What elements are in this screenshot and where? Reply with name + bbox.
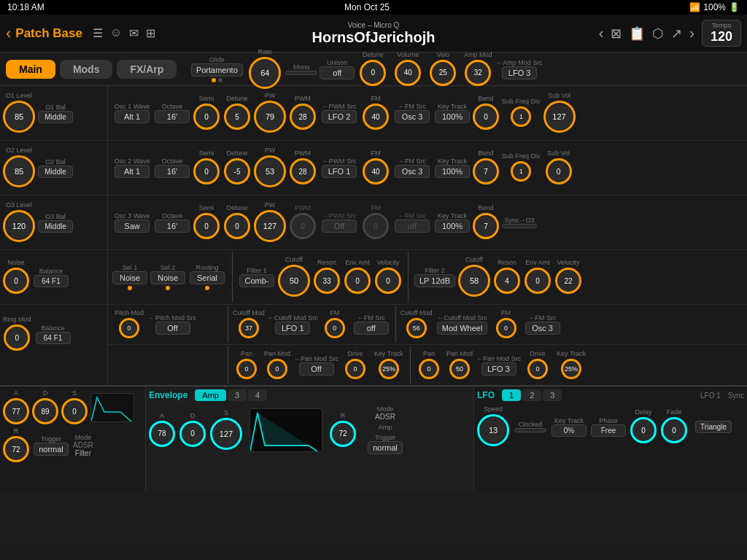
- o1-fmsrc-value[interactable]: Osc 3: [395, 110, 430, 123]
- f1-panmod-knob[interactable]: 0: [267, 359, 287, 379]
- env1-r-knob[interactable]: 72: [3, 436, 29, 462]
- f2-cutoffmodsrc-value[interactable]: Mod Wheel: [437, 322, 488, 335]
- o2-keytrack-value[interactable]: 100%: [435, 165, 470, 178]
- o2-fm-knob[interactable]: 40: [363, 158, 389, 184]
- sel2-value[interactable]: Noise: [150, 271, 185, 284]
- f2-pan-knob[interactable]: 0: [419, 359, 439, 379]
- o1-subvol-knob[interactable]: 127: [543, 101, 576, 133]
- f1-velocity-knob[interactable]: 0: [375, 268, 401, 294]
- glide-value[interactable]: Portamento: [191, 63, 243, 77]
- o1-octave-value[interactable]: 16': [155, 110, 190, 123]
- routing-value[interactable]: Serial: [190, 271, 225, 284]
- o2-pwmsrc-value[interactable]: LFO 1: [322, 165, 357, 178]
- o2-pwm-knob[interactable]: 28: [290, 158, 316, 184]
- o2-bend-knob[interactable]: 7: [473, 158, 499, 184]
- sel1-value[interactable]: Noise: [112, 271, 147, 284]
- o2-bal-value[interactable]: Middle: [38, 166, 73, 178]
- env2-trigger-value[interactable]: normal: [368, 441, 403, 454]
- env-tab-amp[interactable]: Amp: [195, 389, 226, 401]
- o1-pwmsrc-value[interactable]: LFO 2: [322, 110, 357, 123]
- f1-fm-knob[interactable]: 0: [325, 318, 345, 338]
- nav-icon-grid[interactable]: ⊞: [146, 26, 155, 40]
- o3-pwmsrc-value[interactable]: Off: [322, 219, 357, 233]
- f2-reson-knob[interactable]: 4: [494, 268, 520, 294]
- noise-knob[interactable]: 0: [3, 268, 29, 294]
- env2-s-knob[interactable]: 127: [210, 418, 242, 450]
- nav-icon-edit[interactable]: 📋: [629, 26, 645, 42]
- f1-cutoffmod-knob[interactable]: 37: [239, 318, 259, 338]
- env-tab-3[interactable]: 3: [228, 389, 247, 401]
- o2-pw-knob[interactable]: 53: [254, 155, 286, 187]
- tab-mods[interactable]: Mods: [60, 60, 113, 79]
- nav-icon-face[interactable]: ☺: [110, 26, 122, 40]
- o1-semi-knob[interactable]: 0: [193, 104, 220, 130]
- f1-reson-knob[interactable]: 33: [314, 268, 340, 294]
- o3-wave-value[interactable]: Saw: [115, 219, 150, 233]
- lfo-delay-knob[interactable]: 0: [630, 417, 657, 443]
- env1-trigger-value[interactable]: normal: [34, 443, 69, 456]
- noise-bal-value[interactable]: 64 F1: [34, 275, 69, 287]
- o2-level-knob[interactable]: 85: [3, 155, 35, 187]
- f2-panmodsrc-value[interactable]: LFO 3: [481, 362, 516, 376]
- f1-cutoff-knob[interactable]: 50: [278, 265, 310, 297]
- f2-envamt-knob[interactable]: 0: [525, 268, 551, 294]
- velo-knob[interactable]: 25: [430, 60, 456, 86]
- o3-sync-value[interactable]: [502, 224, 537, 228]
- f1-keytrack2-knob[interactable]: 25%: [379, 359, 399, 379]
- lfo-phase-value[interactable]: Free: [591, 424, 626, 437]
- o3-semi-knob[interactable]: 0: [193, 213, 220, 239]
- lfo-clocked-value[interactable]: [514, 428, 546, 432]
- nav-icon-share2[interactable]: ↗: [671, 26, 682, 42]
- lfo-wave-value[interactable]: Triangle: [695, 421, 732, 433]
- o2-subfreqdiv-knob[interactable]: 1: [511, 161, 531, 182]
- env2-a-knob[interactable]: 78: [149, 421, 175, 447]
- mono-value[interactable]: [285, 71, 317, 75]
- o2-detune-knob[interactable]: -5: [224, 158, 250, 184]
- env2-d-knob[interactable]: 0: [179, 421, 206, 447]
- pitchmodsrc-value[interactable]: Off: [155, 322, 190, 335]
- ampmod-knob[interactable]: 32: [465, 60, 491, 86]
- o3-keytrack-value[interactable]: 100%: [435, 219, 470, 233]
- env1-d-knob[interactable]: 89: [32, 398, 58, 424]
- detune-knob[interactable]: 0: [360, 60, 386, 86]
- tempo-box[interactable]: Tempo 120: [702, 20, 741, 47]
- f1-drive-knob[interactable]: 0: [345, 359, 365, 379]
- rate-knob[interactable]: 64: [249, 57, 281, 89]
- o3-level-knob[interactable]: 120: [3, 210, 35, 242]
- lfo-fade-knob[interactable]: 0: [661, 417, 687, 443]
- o3-bal-value[interactable]: Middle: [38, 220, 73, 233]
- nav-icon-list[interactable]: ☰: [93, 26, 103, 40]
- lfo-tab-2[interactable]: 2: [522, 389, 541, 401]
- tab-main[interactable]: Main: [6, 60, 55, 79]
- o1-pwm-knob[interactable]: 28: [290, 104, 316, 130]
- lfo-tab-1[interactable]: 1: [502, 389, 521, 401]
- f2-type[interactable]: LP 12dB: [414, 274, 455, 287]
- lfo-tab-3[interactable]: 3: [543, 389, 562, 401]
- o2-fmsrc-value[interactable]: Osc 3: [395, 165, 430, 178]
- tab-fxarp[interactable]: FX/Arp: [117, 60, 177, 79]
- ringmod-knob[interactable]: 0: [4, 324, 30, 351]
- o3-octave-value[interactable]: 16': [155, 219, 190, 233]
- f2-cutoffmod-knob[interactable]: 56: [406, 318, 427, 338]
- nav-icon-save[interactable]: ⊠: [611, 26, 622, 42]
- env1-a-knob[interactable]: 77: [3, 398, 29, 424]
- f2-fmsrc-value[interactable]: Osc 3: [525, 322, 560, 335]
- o1-bal-value[interactable]: Middle: [38, 111, 73, 123]
- lfo-speed-knob[interactable]: 13: [477, 414, 509, 446]
- back-button[interactable]: ‹: [6, 24, 11, 43]
- f2-velocity-knob[interactable]: 22: [555, 268, 581, 294]
- o1-subfreqdiv-knob[interactable]: 1: [511, 106, 531, 127]
- f1-envamt-knob[interactable]: 0: [344, 268, 371, 294]
- o1-level-knob[interactable]: 85: [3, 101, 35, 133]
- pitchmod-knob[interactable]: 0: [119, 318, 139, 338]
- nav-icon-share1[interactable]: ⬡: [652, 26, 664, 42]
- unison-value[interactable]: off: [320, 66, 355, 79]
- o3-detune-knob[interactable]: 0: [224, 213, 250, 239]
- f2-cutoff-knob[interactable]: 58: [458, 265, 490, 297]
- o1-bend-knob[interactable]: 0: [473, 104, 499, 130]
- o2-semi-knob[interactable]: 0: [193, 158, 220, 184]
- lfo-keytrack-value[interactable]: 0%: [551, 424, 587, 437]
- f1-type[interactable]: Comb-: [239, 274, 274, 287]
- env-tab-4[interactable]: 4: [248, 389, 267, 401]
- o1-keytrack-value[interactable]: 100%: [435, 110, 470, 123]
